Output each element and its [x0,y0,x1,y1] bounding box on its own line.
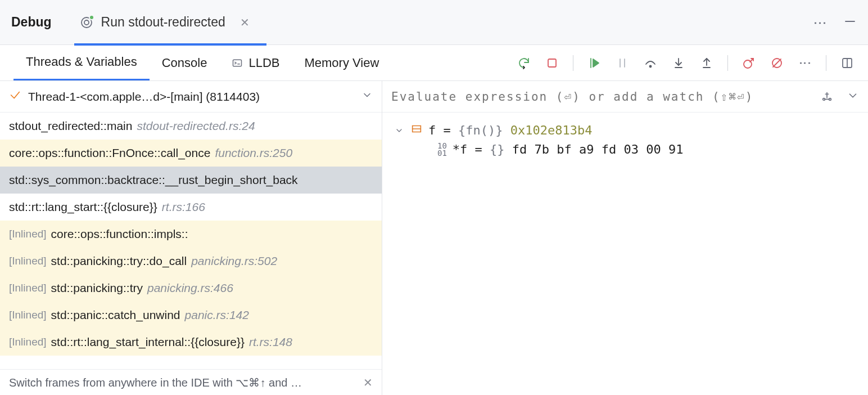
inlined-badge: [Inlined] [9,228,47,240]
debug-toolbar: ⋮ [517,55,855,71]
variable-row[interactable]: 1001 *f = {} fd 7b bf a9 fd 03 00 91 [394,140,857,159]
variable-row[interactable]: f = {fn()} 0x102e813b4 [394,120,857,140]
stack-frame[interactable]: [Inlined]core::ops::function::impls:: [0,221,382,248]
debug-title: Debug [11,15,52,30]
add-watch-icon[interactable] [821,89,833,104]
frame-name: std::rt::lang_start_internal::{{closure}… [51,335,245,349]
inlined-badge: [Inlined] [9,309,47,321]
svg-marker-6 [593,59,599,67]
tab-threads-variables[interactable]: Threads & Variables [13,45,150,80]
run-configuration-tab[interactable]: Run stdout-redirected ✕ [74,1,266,46]
frame-location: function.rs:250 [215,146,292,160]
pause-icon[interactable] [615,56,630,70]
stop-icon[interactable] [545,56,559,70]
frame-location: stdout-redirected.rs:24 [137,119,255,133]
run-tab-label: Run stdout-redirected [101,15,225,30]
rerun-icon[interactable] [517,56,531,70]
close-tab-icon[interactable]: ✕ [240,16,250,29]
stack-frame[interactable]: [Inlined]std::panicking::trypanicking.rs… [0,275,382,302]
step-out-icon[interactable] [699,56,714,70]
frame-name: std::panicking::try [51,281,143,295]
inlined-badge: [Inlined] [9,336,47,348]
stack-frame[interactable]: [Inlined]std::rt::lang_start_internal::{… [0,329,382,356]
frame-name: std::panicking::try::do_call [51,254,187,268]
frames-tip: Switch frames from anywhere in the IDE w… [0,369,382,395]
thread-selector[interactable]: Thread-1-<com.apple…d>-[main] (8114403) [0,81,382,113]
frames-pane: Thread-1-<com.apple…d>-[main] (8114403) … [0,81,382,395]
stack-frame[interactable]: [Inlined]std::panicking::try::do_callpan… [0,248,382,275]
inlined-badge: [Inlined] [9,282,47,294]
stack-frame[interactable]: std::sys_common::backtrace::__rust_begin… [0,167,382,194]
check-icon [9,89,21,104]
debug-header: Debug Run stdout-redirected ✕ ⋮ [0,0,868,45]
minimize-icon[interactable] [843,15,857,30]
resume-icon[interactable] [587,56,602,70]
chevron-down-icon[interactable] [847,89,859,104]
stack-frame[interactable]: [Inlined]std::panic::catch_unwindpanic.r… [0,302,382,329]
more-icon[interactable]: ⋮ [798,56,812,70]
tab-memory-view[interactable]: Memory View [292,45,391,80]
frame-name: core::ops::function::impls:: [51,227,188,241]
mute-breakpoints-icon[interactable] [770,56,784,70]
stack-frame[interactable]: stdout_redirected::mainstdout-redirected… [0,113,382,140]
evaluate-row [382,81,868,113]
frame-name: std::rt::lang_start::{{closure}} [9,200,157,214]
frame-location: panic.rs:142 [185,308,249,322]
svg-rect-4 [548,59,556,67]
inlined-badge: [Inlined] [9,255,47,267]
thread-name: Thread-1-<com.apple…d>-[main] (8114403) [28,90,260,104]
stack-frame[interactable]: std::rt::lang_start::{{closure}}rt.rs:16… [0,194,382,221]
binary-icon: 1001 [437,142,447,156]
svg-line-15 [750,59,753,62]
layout-icon[interactable] [840,56,855,70]
frame-location: rt.rs:148 [249,335,292,349]
variables-tree: f = {fn()} 0x102e813b4 1001 *f = {} fd 7… [382,113,868,167]
more-options-icon[interactable]: ⋮ [812,16,828,29]
evaluate-expression-input[interactable] [391,90,813,104]
frames-list: stdout_redirected::mainstdout-redirected… [0,113,382,369]
frame-name: std::sys_common::backtrace::__rust_begin… [9,173,298,187]
svg-rect-3 [233,60,242,66]
frame-location: panicking.rs:466 [147,281,233,295]
stack-frame[interactable]: core::ops::function::FnOnce::call_oncefu… [0,140,382,167]
view-breakpoints-icon[interactable] [742,56,756,70]
frame-location: rt.rs:166 [162,200,205,214]
step-over-icon[interactable] [643,56,658,70]
svg-point-1 [84,20,89,25]
chevron-down-icon[interactable] [361,89,373,104]
rust-icon [80,16,93,29]
chevron-down-icon[interactable] [394,126,405,135]
svg-line-17 [773,59,781,67]
terminal-icon [232,57,243,69]
struct-icon [410,123,423,138]
frame-name: std::panic::catch_unwind [51,308,180,322]
close-tip-icon[interactable]: ✕ [363,376,373,389]
frame-name: core::ops::function::FnOnce::call_once [9,146,210,160]
debug-subbar: Threads & Variables Console LLDB Memory … [0,45,868,81]
svg-point-9 [650,65,652,67]
frame-name: stdout_redirected::main [9,119,132,133]
variables-pane: f = {fn()} 0x102e813b4 1001 *f = {} fd 7… [382,81,868,395]
frame-location: panicking.rs:502 [191,254,277,268]
step-into-icon[interactable] [671,56,686,70]
tab-lldb[interactable]: LLDB [219,45,292,80]
tab-console[interactable]: Console [150,45,220,80]
